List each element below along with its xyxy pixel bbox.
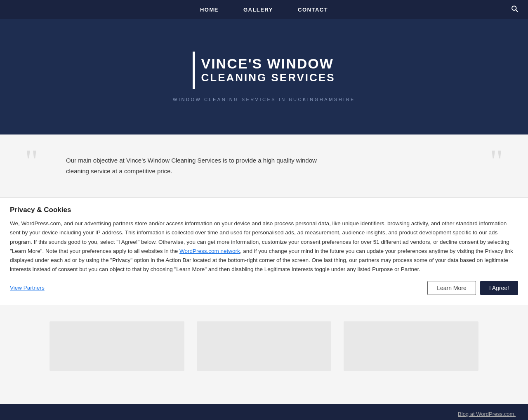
quote-mark-left: " — [25, 143, 38, 180]
svg-point-0 — [512, 6, 516, 11]
nav-item-home[interactable]: HOME — [200, 7, 219, 13]
card-2 — [197, 321, 332, 371]
logo-line2: CLEANING SERVICES — [201, 71, 335, 84]
logo-text: VINCE'S WINDOW CLEANING SERVICES — [201, 56, 335, 85]
footer-blog-link[interactable]: Blog at WordPress.com. — [458, 411, 516, 417]
svg-line-1 — [516, 10, 518, 12]
cards-area — [0, 305, 528, 404]
main-body-text: Our main objective at Vince's Window Cle… — [66, 151, 322, 180]
nav-item-contact[interactable]: CONTACT — [298, 7, 328, 13]
nav-item-gallery[interactable]: GALLERY — [243, 7, 273, 13]
site-header: HOME GALLERY CONTACT — [0, 0, 528, 19]
logo-line1: VINCE'S WINDOW — [201, 56, 335, 71]
site-footer: Blog at WordPress.com. — [0, 404, 528, 420]
privacy-actions: View Partners Learn More I Agree! — [10, 281, 518, 295]
search-icon[interactable] — [511, 5, 518, 14]
site-logo: VINCE'S WINDOW CLEANING SERVICES — [193, 52, 335, 89]
hero-tagline: WINDOW CLEANING SERVICES IN BUCKINGHAMSH… — [173, 97, 355, 102]
main-content-section: " Our main objective at Vince's Window C… — [0, 134, 528, 197]
view-partners-link[interactable]: View Partners — [10, 285, 45, 291]
i-agree-button[interactable]: I Agree! — [480, 281, 518, 295]
logo-bar-decoration — [193, 52, 195, 89]
wordpress-network-link[interactable]: WordPress.com network — [179, 248, 240, 254]
footer-text: Blog at WordPress.com. — [458, 411, 516, 417]
privacy-btn-group: Learn More I Agree! — [427, 281, 518, 295]
card-3 — [344, 321, 478, 371]
main-nav: HOME GALLERY CONTACT — [200, 6, 328, 13]
privacy-body-text: We, WordPress.com, and our advertising p… — [10, 219, 518, 274]
card-1 — [50, 321, 184, 371]
learn-more-button[interactable]: Learn More — [427, 281, 476, 295]
privacy-banner: Privacy & Cookies We, WordPress.com, and… — [0, 197, 528, 305]
hero-section: VINCE'S WINDOW CLEANING SERVICES WINDOW … — [0, 19, 528, 134]
quote-mark-right: " — [490, 143, 503, 180]
privacy-heading: Privacy & Cookies — [10, 206, 518, 214]
